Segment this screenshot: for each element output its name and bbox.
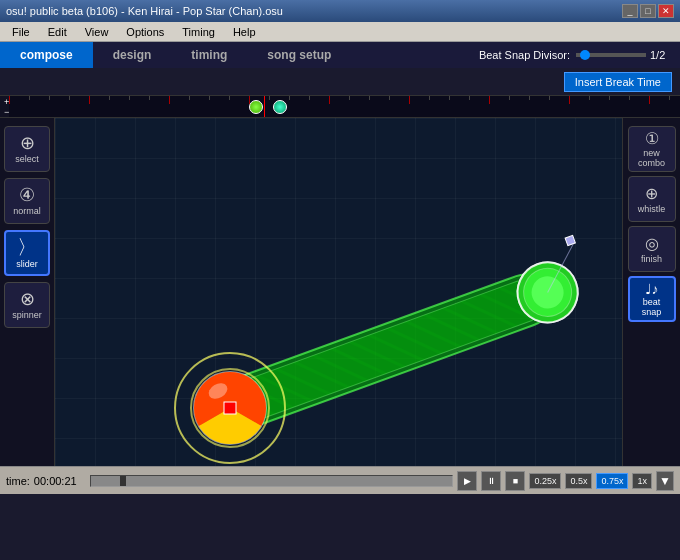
- tool-select[interactable]: ⊕ select: [4, 126, 50, 172]
- status-bar: time: 00:00:21 ▶ ⏸ ■ 0.25x 0.5x 0.75x 1x…: [0, 466, 680, 494]
- play-button[interactable]: ▶: [457, 471, 477, 491]
- slider-icon: 〉: [17, 237, 37, 257]
- menu-help[interactable]: Help: [225, 24, 264, 40]
- beat-snap-value: 1/2: [650, 49, 672, 61]
- timeline: + −: [0, 96, 680, 118]
- insert-break-button[interactable]: Insert Break Time: [564, 72, 672, 92]
- canvas-area[interactable]: [55, 118, 622, 466]
- close-button[interactable]: ✕: [658, 4, 674, 18]
- finish-label: finish: [641, 254, 662, 264]
- title-bar: osu! public beta (b106) - Ken Hirai - Po…: [0, 0, 680, 22]
- tool-finish[interactable]: ◎ finish: [628, 226, 676, 272]
- finish-icon: ◎: [645, 234, 659, 253]
- slider-object[interactable]: [55, 118, 622, 466]
- menu-options[interactable]: Options: [118, 24, 172, 40]
- svg-rect-8: [565, 235, 575, 245]
- tab-design[interactable]: design: [93, 42, 172, 68]
- time-label: time:: [6, 475, 30, 487]
- whistle-icon: ⊕: [645, 184, 658, 203]
- tab-bar: compose design timing song setup Beat Sn…: [0, 42, 680, 68]
- main-area: ⊕ select ④ normal 〉 slider ⊗ spinner: [0, 118, 680, 466]
- timeline-scrubber[interactable]: [90, 475, 454, 487]
- speed-05x[interactable]: 0.5x: [565, 473, 592, 489]
- beat-snap-slider-container: 1/2: [576, 49, 672, 61]
- timeline-marker-green: [249, 100, 263, 114]
- tool-select-label: select: [15, 154, 39, 164]
- menu-view[interactable]: View: [77, 24, 117, 40]
- spinner-icon: ⊗: [20, 290, 35, 308]
- tool-slider-label: slider: [16, 259, 38, 269]
- new-combo-icon: ①: [645, 129, 659, 148]
- time-display: 00:00:21: [34, 475, 86, 487]
- arrow-button[interactable]: ▼: [656, 471, 674, 491]
- timeline-track[interactable]: [9, 96, 680, 117]
- svg-rect-13: [224, 402, 236, 414]
- toolbar: Insert Break Time: [0, 68, 680, 96]
- speed-1x[interactable]: 1x: [632, 473, 652, 489]
- tool-beat-snap[interactable]: ♩♪ beatsnap: [628, 276, 676, 322]
- tab-song-setup[interactable]: song setup: [247, 42, 351, 68]
- menu-bar: File Edit View Options Timing Help: [0, 22, 680, 42]
- timeline-playhead: [264, 96, 265, 117]
- menu-edit[interactable]: Edit: [40, 24, 75, 40]
- right-tools: ① newcombo ⊕ whistle ◎ finish ♩♪ beatsna…: [622, 118, 680, 466]
- timeline-marker-teal: [273, 100, 287, 114]
- tool-slider[interactable]: 〉 slider: [4, 230, 50, 276]
- whistle-label: whistle: [638, 204, 666, 214]
- menu-timing[interactable]: Timing: [174, 24, 223, 40]
- select-icon: ⊕: [20, 134, 35, 152]
- tool-spinner[interactable]: ⊗ spinner: [4, 282, 50, 328]
- tool-spinner-label: spinner: [12, 310, 42, 320]
- menu-file[interactable]: File: [4, 24, 38, 40]
- beat-snap-slider[interactable]: [576, 53, 646, 57]
- tool-whistle[interactable]: ⊕ whistle: [628, 176, 676, 222]
- tab-timing[interactable]: timing: [171, 42, 247, 68]
- speed-025x[interactable]: 0.25x: [529, 473, 561, 489]
- tool-normal[interactable]: ④ normal: [4, 178, 50, 224]
- timeline-scrubber-thumb: [120, 476, 126, 486]
- normal-icon: ④: [19, 186, 35, 204]
- tool-new-combo[interactable]: ① newcombo: [628, 126, 676, 172]
- title-bar-controls: _ □ ✕: [622, 4, 674, 18]
- minimize-button[interactable]: _: [622, 4, 638, 18]
- beat-snap-icon: ♩♪: [645, 281, 659, 297]
- tab-compose[interactable]: compose: [0, 42, 93, 68]
- left-tools: ⊕ select ④ normal 〉 slider ⊗ spinner: [0, 118, 55, 466]
- beat-snap-tool-label: beatsnap: [642, 298, 662, 318]
- tool-normal-label: normal: [13, 206, 41, 216]
- pause-button[interactable]: ⏸: [481, 471, 501, 491]
- title-text: osu! public beta (b106) - Ken Hirai - Po…: [6, 5, 283, 17]
- stop-button[interactable]: ■: [505, 471, 525, 491]
- beat-snap-label: Beat Snap Divisor:: [479, 49, 570, 61]
- svg-rect-2: [228, 274, 551, 426]
- speed-075x[interactable]: 0.75x: [596, 473, 628, 489]
- new-combo-label: newcombo: [638, 149, 665, 169]
- maximize-button[interactable]: □: [640, 4, 656, 18]
